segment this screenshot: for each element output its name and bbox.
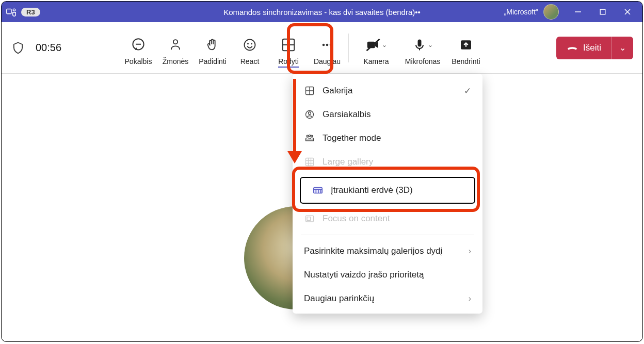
- chat-icon: [131, 35, 146, 55]
- people-label: Žmonės: [163, 57, 189, 65]
- menu-separator: [301, 235, 474, 235]
- react-label: React: [240, 57, 260, 65]
- camera-icon: ⌄: [365, 35, 387, 55]
- shield-icon[interactable]: [11, 41, 25, 55]
- svg-point-29: [311, 135, 313, 137]
- raise-hand-label: Padidinti: [199, 57, 227, 65]
- user-avatar[interactable]: [543, 4, 559, 20]
- view-menu: Galerija ✓ Garsiakalbis Together mode La…: [293, 74, 482, 314]
- menu-more-options-label: Daugiau parinkčių: [304, 293, 374, 304]
- menu-speaker-label: Garsiakalbis: [323, 109, 371, 120]
- menu-together[interactable]: Together mode: [293, 126, 482, 150]
- menu-immersive-label: Įtraukianti erdvė (3D): [331, 185, 413, 195]
- chat-button[interactable]: Pokalbis: [118, 28, 158, 65]
- together-icon: [304, 133, 315, 144]
- svg-rect-30: [306, 158, 314, 166]
- view-button[interactable]: Rodyti: [267, 28, 310, 68]
- raise-hand-icon: [205, 35, 220, 55]
- share-icon: [458, 35, 474, 55]
- svg-rect-3: [600, 9, 605, 14]
- svg-point-17: [330, 43, 332, 46]
- menu-large-gallery: Large gallery: [293, 150, 482, 174]
- svg-point-1: [13, 9, 15, 11]
- meeting-title: Komandos sinchronizavimas - kas dvi sava…: [223, 8, 421, 17]
- toolbar-items: Pokalbis Žmonės Padidinti: [118, 28, 486, 68]
- share-button[interactable]: Bendrinti: [446, 28, 486, 65]
- react-icon: [243, 35, 257, 55]
- title-bar: R3 Komandos sinchronizavimas - kas dvi s…: [2, 2, 642, 22]
- titlebar-right: „Microsoft": [504, 4, 638, 20]
- window-controls: [571, 5, 634, 19]
- chat-label: Pokalbis: [125, 57, 152, 65]
- menu-more-options[interactable]: Daugiau parinkčių ›: [293, 287, 482, 310]
- more-button[interactable]: Daugiau: [310, 28, 344, 65]
- minimize-button[interactable]: [571, 5, 585, 19]
- check-icon: ✓: [464, 86, 471, 96]
- menu-gallery[interactable]: Galerija ✓: [293, 79, 482, 103]
- call-timer: 00:56: [36, 42, 61, 54]
- speaker-icon: [304, 109, 315, 120]
- menu-max-gallery-label: Pasirinkite maksimalų galerijos dydį: [304, 246, 442, 256]
- raise-hand-button[interactable]: Padidinti: [192, 28, 233, 65]
- camera-label: Kamera: [363, 57, 389, 65]
- hangup-icon: [567, 42, 578, 54]
- svg-point-8: [173, 40, 178, 44]
- svg-point-27: [307, 135, 308, 137]
- menu-immersive-3d[interactable]: Įtraukianti erdvė (3D): [300, 177, 475, 204]
- camera-button[interactable]: ⌄ Kamera: [353, 28, 399, 65]
- titlebar-left: R3: [6, 6, 40, 18]
- menu-speaker[interactable]: Garsiakalbis: [293, 103, 482, 126]
- maximize-button[interactable]: [596, 5, 609, 19]
- menu-prioritize-video[interactable]: Nustatyti vaizdo įrašo prioritetą: [293, 263, 482, 287]
- menu-prioritize-label: Nustatyti vaizdo įrašo prioritetą: [304, 270, 424, 280]
- menu-gallery-label: Galerija: [323, 86, 353, 96]
- view-label: Rodyti: [278, 57, 299, 68]
- mic-icon: ⌄: [412, 35, 433, 55]
- share-label: Bendrinti: [452, 57, 480, 65]
- people-button[interactable]: Žmonės: [158, 28, 192, 65]
- app-window: R3 Komandos sinchronizavimas - kas dvi s…: [1, 1, 643, 342]
- people-icon: [168, 35, 183, 55]
- menu-max-gallery-size[interactable]: Pasirinkite maksimalų galerijos dydį ›: [293, 239, 482, 263]
- org-label: „Microsoft": [504, 8, 538, 16]
- immersive-icon: [312, 185, 324, 196]
- leave-button-group: Išeiti ⌄: [556, 37, 633, 59]
- focus-icon: [304, 213, 315, 224]
- meeting-toolbar: 00:56 Pokalbis Žmonės: [2, 22, 642, 74]
- preview-badge: R3: [21, 8, 40, 17]
- mic-label: Mikrofonas: [405, 57, 440, 65]
- chevron-down-icon: ⌄: [619, 43, 626, 53]
- svg-point-28: [309, 135, 310, 136]
- svg-rect-20: [418, 39, 422, 46]
- svg-point-15: [323, 43, 325, 46]
- leave-label: Išeiti: [583, 43, 601, 53]
- leave-more-button[interactable]: ⌄: [611, 37, 633, 59]
- camera-chevron-icon[interactable]: ⌄: [382, 41, 387, 48]
- more-label: Daugiau: [314, 57, 341, 65]
- large-gallery-icon: [304, 156, 315, 168]
- teams-logo-icon: [6, 6, 17, 18]
- leave-button[interactable]: Išeiti: [556, 37, 611, 59]
- svg-point-16: [326, 43, 329, 46]
- react-button[interactable]: React: [233, 28, 267, 65]
- svg-point-9: [245, 39, 255, 50]
- menu-large-gallery-label: Large gallery: [323, 157, 373, 167]
- view-icon: [281, 35, 296, 55]
- toolbar-left: 00:56: [11, 41, 114, 55]
- menu-together-label: Together mode: [323, 133, 381, 143]
- close-button[interactable]: [621, 5, 634, 19]
- chevron-right-icon: ›: [469, 247, 471, 256]
- toolbar-divider: [348, 34, 349, 62]
- mic-button[interactable]: ⌄ Mikrofonas: [399, 28, 446, 65]
- more-icon: [320, 35, 334, 55]
- menu-focus-content: Focus on content: [293, 207, 482, 231]
- svg-rect-0: [7, 9, 11, 14]
- menu-focus-label: Focus on content: [323, 214, 390, 224]
- mic-chevron-icon[interactable]: ⌄: [428, 41, 433, 48]
- chevron-right-icon: ›: [469, 294, 471, 303]
- svg-point-10: [248, 43, 248, 44]
- svg-rect-41: [307, 217, 311, 221]
- svg-point-11: [251, 43, 252, 44]
- svg-point-26: [309, 112, 311, 114]
- gallery-icon: [304, 85, 315, 96]
